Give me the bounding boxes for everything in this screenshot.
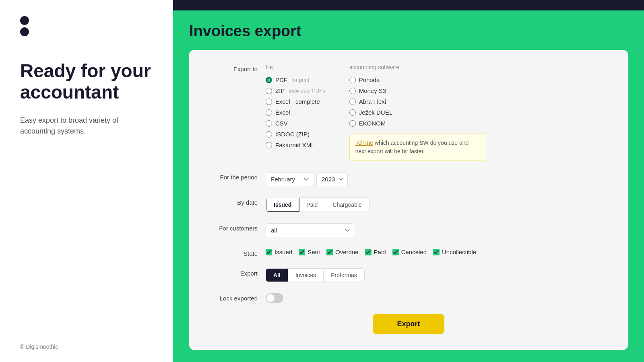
- radio-abra-flexi[interactable]: Abra Flexi: [349, 97, 486, 106]
- radio-csv-input[interactable]: [266, 120, 272, 127]
- radio-money-s3[interactable]: Money S3: [349, 86, 486, 95]
- radio-jezek-duel-input[interactable]: [349, 109, 356, 116]
- year-select[interactable]: 2021 2022 2023 2024: [316, 172, 348, 186]
- radio-excel-complete[interactable]: Excel - complete: [266, 97, 325, 106]
- state-uncollectible-check[interactable]: Uncollectible: [433, 249, 476, 255]
- state-row: State Issued Sent Overdue: [209, 249, 608, 257]
- by-date-paid-btn[interactable]: Paid: [299, 198, 325, 212]
- radio-pdf-note: for print: [291, 77, 309, 83]
- by-date-issued-btn[interactable]: Issued: [266, 197, 299, 212]
- info-box-link[interactable]: Tell me: [355, 140, 373, 146]
- content-area: Invoices export Export to file PDF for p…: [173, 10, 644, 362]
- radio-abra-flexi-input[interactable]: [349, 99, 356, 105]
- sidebar-subtitle: Easy export to broad variety of accounti…: [20, 115, 153, 137]
- radio-pdf[interactable]: PDF for print: [266, 75, 325, 84]
- radio-excel-input[interactable]: [266, 109, 272, 116]
- page-title: Invoices export: [189, 23, 628, 40]
- radio-fakturoid[interactable]: Fakturoid XML: [266, 140, 325, 150]
- radio-pohoda[interactable]: Pohoda: [349, 75, 486, 84]
- month-select[interactable]: January February March April May June Ju…: [266, 172, 313, 186]
- radio-isdoc-label: ISDOC (ZIP): [275, 131, 310, 138]
- state-uncollectible-input[interactable]: [433, 249, 440, 255]
- radio-pdf-label: PDF: [275, 76, 287, 83]
- radio-jezek-duel-label: Ježek DUEL: [359, 109, 392, 116]
- state-sent-check[interactable]: Sent: [299, 249, 320, 255]
- accounting-col-title: accounting software: [349, 64, 486, 70]
- state-overdue-label: Overdue: [335, 249, 359, 255]
- radio-csv[interactable]: CSV: [266, 119, 325, 128]
- state-canceled-check[interactable]: Canceled: [392, 249, 427, 255]
- state-content: Issued Sent Overdue Paid: [266, 249, 608, 255]
- state-uncollectible-label: Uncollectible: [442, 249, 476, 255]
- radio-jezek-duel[interactable]: Ježek DUEL: [349, 108, 486, 117]
- export-content: All Invoices Proformas: [266, 268, 608, 282]
- info-box: Tell me which accounting SW do you use a…: [349, 134, 486, 161]
- period-row: For the period January February March Ap…: [209, 172, 608, 186]
- radio-isdoc[interactable]: ISDOC (ZIP): [266, 130, 325, 139]
- customers-content: all: [266, 223, 608, 237]
- lock-exported-toggle[interactable]: [266, 293, 283, 303]
- logo-dot-1: [20, 16, 29, 25]
- period-content: January February March April May June Ju…: [266, 172, 608, 186]
- state-canceled-input[interactable]: [392, 249, 399, 255]
- state-label: State: [209, 249, 266, 257]
- state-issued-input[interactable]: [266, 249, 272, 255]
- radio-fakturoid-input[interactable]: [266, 142, 272, 148]
- state-overdue-input[interactable]: [326, 249, 333, 255]
- export-all-btn[interactable]: All: [266, 269, 288, 282]
- radio-zip-note: individual PDFs: [289, 88, 325, 94]
- radio-pdf-input[interactable]: [266, 77, 272, 83]
- radio-ekonom[interactable]: EKONOM: [349, 119, 486, 128]
- state-issued-check[interactable]: Issued: [266, 249, 292, 255]
- by-date-row: By date Issued Paid Chargeable: [209, 197, 608, 212]
- customers-label: For customers: [209, 223, 266, 232]
- radio-excel-label: Excel: [275, 109, 290, 116]
- radio-excel[interactable]: Excel: [266, 108, 325, 117]
- radio-abra-flexi-label: Abra Flexi: [359, 98, 386, 105]
- radio-zip-input[interactable]: [266, 88, 272, 94]
- state-sent-input[interactable]: [299, 249, 305, 255]
- radio-excel-complete-input[interactable]: [266, 99, 272, 105]
- export-to-section: file PDF for print ZIP individual PDFs: [266, 64, 486, 161]
- export-btn-group: All Invoices Proformas: [266, 268, 365, 282]
- lock-exported-row: Lock exported: [209, 293, 608, 303]
- sidebar-footer: © Digismoothie: [20, 343, 58, 350]
- period-select-group: January February March April May June Ju…: [266, 172, 348, 186]
- radio-zip-label: ZIP: [275, 87, 285, 94]
- radio-money-s3-input[interactable]: [349, 88, 356, 94]
- state-paid-input[interactable]: [365, 249, 372, 255]
- state-canceled-label: Canceled: [401, 249, 427, 255]
- logo: [20, 16, 153, 36]
- top-bar: [173, 0, 644, 10]
- logo-dot-2: [20, 27, 29, 36]
- radio-pohoda-label: Pohoda: [359, 76, 380, 83]
- customers-select[interactable]: all: [266, 223, 354, 237]
- export-to-label: Export to: [209, 64, 266, 72]
- lock-exported-label: Lock exported: [209, 293, 266, 302]
- by-date-btn-group: Issued Paid Chargeable: [266, 197, 369, 212]
- radio-pohoda-input[interactable]: [349, 77, 356, 83]
- radio-money-s3-label: Money S3: [359, 87, 386, 94]
- state-issued-label: Issued: [275, 249, 292, 255]
- customers-row: For customers all: [209, 223, 608, 237]
- export-to-content: file PDF for print ZIP individual PDFs: [266, 64, 608, 161]
- export-label: Export: [209, 268, 266, 277]
- by-date-label: By date: [209, 197, 266, 206]
- state-paid-label: Paid: [374, 249, 386, 255]
- state-paid-check[interactable]: Paid: [365, 249, 386, 255]
- export-invoices-btn[interactable]: Invoices: [288, 269, 324, 282]
- export-submit-btn[interactable]: Export: [373, 314, 444, 334]
- radio-isdoc-input[interactable]: [266, 131, 272, 138]
- state-checkbox-group: Issued Sent Overdue Paid: [266, 249, 476, 255]
- export-proformas-btn[interactable]: Proformas: [324, 269, 364, 282]
- radio-zip[interactable]: ZIP individual PDFs: [266, 86, 325, 95]
- by-date-chargeable-btn[interactable]: Chargeable: [325, 198, 369, 212]
- lock-exported-content: [266, 293, 608, 303]
- state-sent-label: Sent: [308, 249, 320, 255]
- export-row: Export All Invoices Proformas: [209, 268, 608, 282]
- sidebar: Ready for your accountant Easy export to…: [0, 0, 173, 362]
- state-overdue-check[interactable]: Overdue: [326, 249, 359, 255]
- export-submit-row: Export: [209, 314, 608, 334]
- radio-ekonom-input[interactable]: [349, 120, 356, 127]
- period-label: For the period: [209, 172, 266, 181]
